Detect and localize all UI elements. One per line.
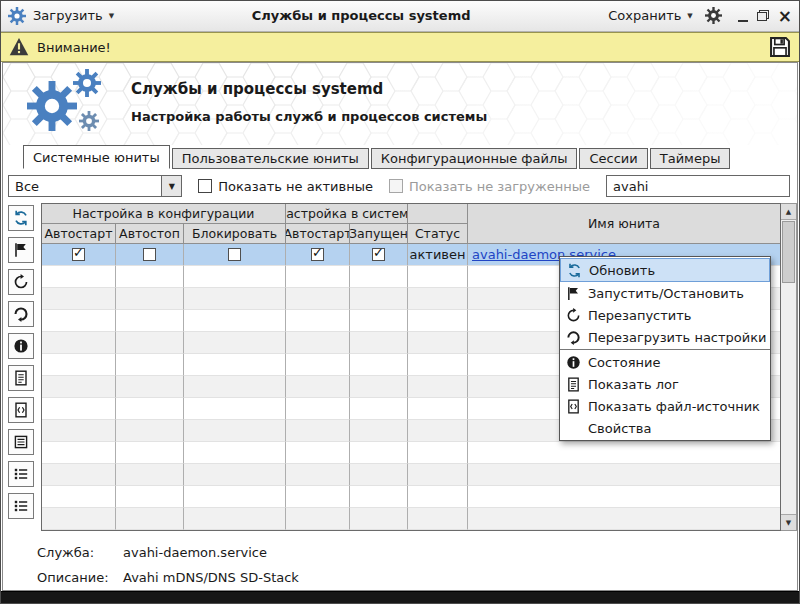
menu-separator (560, 349, 770, 350)
checkbox-icon[interactable] (228, 248, 241, 261)
menu-item-refresh[interactable]: Обновить (560, 258, 770, 282)
table-cell (42, 486, 116, 508)
menu-item-label: Перезагрузить настройки (588, 330, 767, 345)
tab-config-files[interactable]: Конфигурационные файлы (371, 148, 578, 169)
table-cell (42, 376, 116, 398)
table-cell (116, 310, 184, 332)
table-cell (184, 442, 286, 464)
checkbox-icon[interactable] (372, 248, 385, 261)
table-cell (350, 354, 408, 376)
table-cell (116, 442, 184, 464)
column-header-autostart-system[interactable]: Автостарт (286, 224, 350, 244)
properties-icon[interactable] (8, 429, 34, 455)
cell-running (350, 244, 408, 266)
checkbox-icon[interactable] (143, 248, 156, 261)
tab-user-units[interactable]: Пользовательские юниты (172, 148, 369, 169)
unit-search-input[interactable] (606, 175, 790, 197)
app-logo-gears (27, 69, 123, 141)
units-table-wrap: Настройка в конфигурации Настройка в сис… (41, 203, 797, 531)
unit-list-icon[interactable] (8, 493, 34, 519)
scroll-up-icon[interactable]: ▲ (781, 204, 796, 220)
table-row-empty[interactable] (42, 508, 780, 530)
table-cell (350, 376, 408, 398)
table-row-empty[interactable] (42, 486, 780, 508)
table-header: Настройка в конфигурации Настройка в сис… (42, 204, 780, 244)
load-menu-button[interactable]: Загрузить ▼ (33, 8, 114, 23)
gear-icon (27, 81, 77, 131)
save-menu-button[interactable]: Сохранить ▼ (608, 8, 693, 23)
table-cell (184, 398, 286, 420)
start-stop-icon[interactable] (8, 237, 34, 263)
menu-item-status[interactable]: Состояние (560, 351, 770, 373)
settings-gear-icon[interactable] (705, 7, 722, 24)
minimize-icon[interactable] (738, 20, 748, 22)
table-cell (184, 354, 286, 376)
dropdown-arrow-button[interactable]: ▼ (161, 176, 181, 196)
app-header: Службы и процессы systemd Настройка рабо… (3, 63, 797, 145)
table-cell (350, 288, 408, 310)
maximize-icon[interactable] (757, 10, 769, 21)
menu-item-reload-settings[interactable]: Перезагрузить настройки (560, 326, 770, 348)
column-header-unit-name[interactable]: Имя юнита (468, 204, 780, 244)
status-info-icon (565, 354, 581, 370)
journal-icon[interactable] (8, 461, 34, 487)
group-header-config: Настройка в конфигурации (42, 204, 286, 224)
checkbox-icon[interactable] (72, 248, 85, 261)
table-cell (286, 376, 350, 398)
column-header-block[interactable]: Блокировать (184, 224, 286, 244)
table-cell (184, 508, 286, 530)
tab-system-units[interactable]: Системные юниты (23, 145, 170, 169)
context-menu: Обновить Запустить/Остановить Перезапуст… (559, 256, 771, 441)
warning-bar: Внимание! (0, 32, 800, 62)
status-info-icon[interactable] (8, 333, 34, 359)
save-file-icon[interactable] (769, 36, 791, 58)
vertical-scrollbar[interactable]: ▲ ▼ (781, 203, 797, 531)
checkbox-icon[interactable] (389, 179, 403, 193)
cell-block (184, 244, 286, 266)
table-cell (408, 354, 468, 376)
unit-filter-dropdown[interactable]: Все ▼ (8, 175, 182, 197)
close-icon[interactable]: × (778, 9, 792, 23)
content-area: Настройка в конфигурации Настройка в сис… (3, 203, 797, 531)
checkbox-icon[interactable] (311, 248, 324, 261)
show-inactive-checkbox[interactable]: Показать не активные (198, 179, 373, 194)
table-row-empty[interactable] (42, 464, 780, 486)
reload-settings-icon[interactable] (8, 301, 34, 327)
table-cell (408, 288, 468, 310)
restart-icon (565, 307, 581, 323)
reload-settings-icon (565, 329, 581, 345)
side-toolbar (8, 203, 39, 531)
column-header-status[interactable]: Статус (408, 224, 468, 244)
column-header-autostop-config[interactable]: Автостоп (116, 224, 184, 244)
column-header-running[interactable]: Запущен (350, 224, 408, 244)
table-row-empty[interactable] (42, 442, 780, 464)
show-source-icon[interactable] (8, 397, 34, 423)
tab-timers[interactable]: Таймеры (650, 148, 731, 169)
show-unloaded-checkbox[interactable]: Показать не загруженные (389, 179, 590, 194)
menu-item-label: Перезапустить (588, 308, 692, 323)
cell-autostart-system (286, 244, 350, 266)
show-source-icon (565, 398, 581, 414)
column-header-autostart-config[interactable]: Автостарт (42, 224, 116, 244)
restart-icon[interactable] (8, 269, 34, 295)
menu-item-restart[interactable]: Перезапустить (560, 304, 770, 326)
table-cell (408, 464, 468, 486)
tab-sessions[interactable]: Сессии (579, 148, 647, 169)
menu-item-start-stop[interactable]: Запустить/Остановить (560, 282, 770, 304)
window-title: Службы и процессы systemd (120, 8, 602, 23)
menu-item-show-source[interactable]: Показать файл-источник (560, 395, 770, 417)
window-controls: × (738, 9, 792, 23)
scrollbar-thumb[interactable] (782, 221, 795, 283)
menu-item-properties[interactable]: Свойства (560, 417, 770, 439)
table-cell (42, 354, 116, 376)
table-cell (42, 420, 116, 442)
show-log-icon[interactable] (8, 365, 34, 391)
table-cell (408, 486, 468, 508)
refresh-icon[interactable] (8, 205, 34, 231)
filter-row: Все ▼ Показать не активные Показать не з… (3, 169, 797, 203)
checkbox-icon[interactable] (198, 179, 212, 193)
table-cell (350, 398, 408, 420)
menu-item-show-log[interactable]: Показать лог (560, 373, 770, 395)
scroll-down-icon[interactable]: ▼ (781, 514, 796, 530)
page-subtitle: Настройка работы служб и процессов систе… (131, 109, 487, 124)
